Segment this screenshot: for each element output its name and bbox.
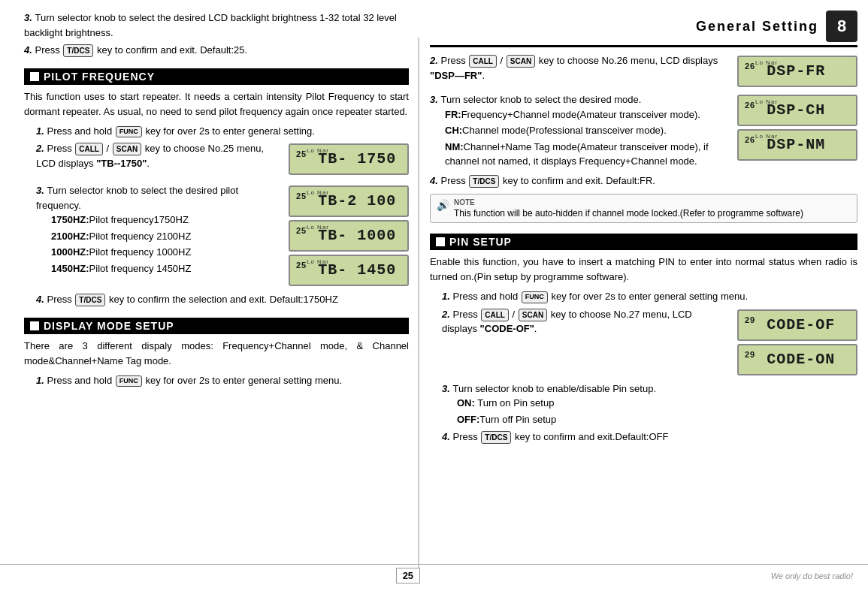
pin-setup-header: PIN SETUP xyxy=(430,234,857,250)
display-mode-header: DISPLAY MODE SETUP xyxy=(24,318,409,334)
scan-key-pin: SCAN xyxy=(519,309,547,321)
r-step3: Lo Nar 26 DSP-CH Lo Nar 26 DSP-NM 3. Tur… xyxy=(430,92,857,170)
r-step4: 4. Press T/DCS key to confirm and exit. … xyxy=(430,173,857,188)
tvdcs-key2: T/DCS xyxy=(75,294,105,306)
dm-intro: There are 3 different dispaly modes: Fre… xyxy=(24,339,409,369)
right-column: General Setting 8 Lo Nar 26 DSP-FR 2. Pr… xyxy=(419,0,868,591)
dm-steps: 1. Press and hold FUNC key for over 2s t… xyxy=(24,373,409,388)
pf-steps: 1. Press and hold FUNC key for over 2s t… xyxy=(24,124,409,307)
call-key: CALL xyxy=(75,143,103,155)
footer: 25 We only do best radio! xyxy=(0,564,868,583)
lcd-code-on: 29 CODE-ON xyxy=(737,344,857,375)
dm-step1: 1. Press and hold FUNC key for over 2s t… xyxy=(36,373,409,388)
intro-step4: 4. Press T/DCS key to confirm and exit. … xyxy=(24,43,409,58)
tagline: We only do best radio! xyxy=(771,571,853,580)
pf-step3: Lo Nar 25 TB-2 100 Lo Nar 25 TB- 1000 Lo… xyxy=(36,183,409,289)
lcd-tb1000: Lo Nar 25 TB- 1000 xyxy=(289,220,409,252)
pf-step2: Lo Nar 25 TB- 1750 2. Press CALL / SCAN … xyxy=(36,141,409,180)
pin-step1: 1. Press and hold FUNC key for over 2s t… xyxy=(442,289,857,304)
page-num-bottom: 25 xyxy=(396,568,420,583)
func-key-pin: FUNC xyxy=(522,291,548,303)
lcd-code-stack: 29 CODE-OF 29 CODE-ON xyxy=(737,307,857,378)
func-key-dm: FUNC xyxy=(116,375,142,387)
lcd-dsp-nm: Lo Nar 26 DSP-NM xyxy=(737,129,857,161)
lcd-dspfr-display: Lo Nar 26 DSP-FR xyxy=(737,53,857,89)
scan-key-r: SCAN xyxy=(507,55,535,68)
pin-intro: Enable this function, you have to insert… xyxy=(430,255,857,285)
left-column: 3. Turn selector knob to select the desi… xyxy=(0,0,419,591)
scan-key: SCAN xyxy=(113,143,141,155)
call-key-pin: CALL xyxy=(481,309,509,321)
pilot-freq-header: PILOT FREQUENCY xyxy=(24,68,409,85)
note-icon: 🔊 xyxy=(437,199,449,211)
tvdcs-key-r: T/DCS xyxy=(469,175,499,188)
tvdcs-key: T/DCS xyxy=(63,44,93,57)
pin-step3: 3. Turn selector knob to enable/disable … xyxy=(442,381,857,427)
pin-steps: 1. Press and hold FUNC key for over 2s t… xyxy=(430,289,857,445)
pin-step2: 29 CODE-OF 29 CODE-ON 2. Press CALL / SC… xyxy=(442,307,857,378)
pin-step4: 4. Press T/DCS key to confirm and exit.D… xyxy=(442,430,857,445)
page-number: 8 xyxy=(826,11,857,42)
pilot-freq-intro: This function uses to start repeater. It… xyxy=(24,89,409,119)
tvdcs-key-pin: T/DCS xyxy=(481,431,511,444)
pf-step4: 4. Press T/DCS key to confirm the select… xyxy=(36,292,409,307)
intro-step3: 3. Turn selector knob to select the desi… xyxy=(24,11,409,40)
lcd-dsp-stack: Lo Nar 26 DSP-CH Lo Nar 26 DSP-NM xyxy=(737,92,857,164)
lcd-tb2100: Lo Nar 25 TB-2 100 xyxy=(289,185,409,217)
pf-step1: 1. Press and hold FUNC key for over 2s t… xyxy=(36,124,409,139)
page-header: General Setting 8 xyxy=(430,11,857,47)
lcd-tb-stack: Lo Nar 25 TB-2 100 Lo Nar 25 TB- 1000 Lo… xyxy=(289,183,409,289)
page-title: General Setting xyxy=(696,19,818,35)
lcd-tb1450: Lo Nar 25 TB- 1450 xyxy=(289,255,409,286)
lcd-dsp-ch: Lo Nar 26 DSP-CH xyxy=(737,95,857,126)
func-key: FUNC xyxy=(116,126,142,138)
note-box: 🔊 NOTE This function will be auto-hidden… xyxy=(430,194,857,223)
r-step2: Lo Nar 26 DSP-FR 2. Press CALL / SCAN ke… xyxy=(430,53,857,89)
call-key-r: CALL xyxy=(469,55,497,68)
lcd-code-of: 29 CODE-OF xyxy=(737,309,857,341)
lcd-tb1750-display: Lo Nar 25 TB- 1750 xyxy=(289,141,409,177)
